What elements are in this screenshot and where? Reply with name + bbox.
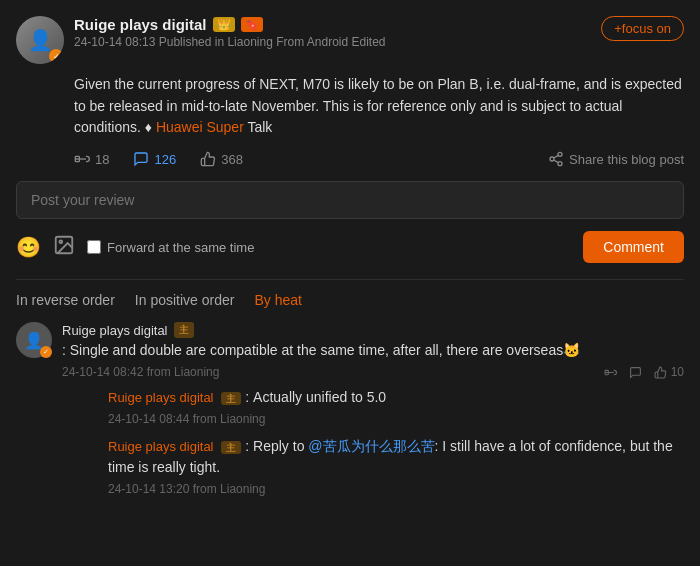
author-name-row: Ruige plays digital 👑 🔖 — [74, 16, 386, 33]
post-content: Given the current progress of NEXT, M70 … — [74, 74, 684, 139]
svg-point-7 — [59, 240, 62, 243]
svg-point-2 — [550, 157, 554, 161]
forward-checkbox[interactable] — [87, 240, 101, 254]
svg-line-4 — [554, 160, 559, 163]
comment-author: Ruige plays digital — [62, 323, 168, 338]
review-input-wrap — [16, 181, 684, 219]
reply-badge-1: 主 — [221, 392, 241, 405]
reply-meta-1: 24-10-14 08:44 from Liaoning — [108, 412, 684, 426]
comment-like-count: 10 — [671, 365, 684, 379]
comment-item: 👤 ✓ Ruige plays digital 主 : Single and d… — [16, 322, 684, 506]
comment-author-row: Ruige plays digital 主 — [62, 322, 684, 338]
comment-reply-action[interactable] — [629, 366, 642, 379]
image-icon[interactable] — [53, 234, 75, 261]
svg-line-5 — [554, 155, 559, 158]
reply-text-2: Ruige plays digital 主 : Reply to @苦瓜为什么那… — [108, 436, 684, 478]
reply-mention: @苦瓜为什么那么苦 — [308, 438, 434, 454]
review-input[interactable] — [31, 192, 669, 208]
comment-text: : Single and double are compatible at th… — [62, 340, 684, 361]
sort-tab-positive[interactable]: In positive order — [135, 292, 235, 308]
repost-icon — [548, 151, 564, 167]
post-header: 👤 ✓ Ruige plays digital 👑 🔖 24-10-14 08:… — [16, 16, 684, 64]
author-name: Ruige plays digital — [74, 16, 207, 33]
crown-badge: 👑 — [213, 17, 235, 32]
comment-action[interactable]: 126 — [133, 151, 176, 167]
replies: Ruige plays digital 主 : Actually unified… — [108, 387, 684, 496]
avatar: 👤 ✓ — [16, 16, 64, 64]
huawei-link[interactable]: Huawei Super — [156, 119, 244, 135]
post-meta: 24-10-14 08:13 Published in Liaoning Fro… — [74, 35, 386, 49]
reply-badge-2: 主 — [221, 441, 241, 454]
post-actions: 18 126 368 — [74, 151, 684, 167]
forward-label: Forward at the same time — [107, 240, 254, 255]
comment-body: Ruige plays digital 主 : Single and doubl… — [62, 322, 684, 506]
comment-verified-badge: ✓ — [40, 346, 52, 358]
forward-checkbox-label[interactable]: Forward at the same time — [87, 240, 254, 255]
sort-tabs: In reverse order In positive order By he… — [16, 292, 684, 308]
verified-badge: ✓ — [49, 49, 63, 63]
focus-button[interactable]: +focus on — [601, 16, 684, 41]
comment-toolbar: 😊 Forward at the same time Comment — [16, 231, 684, 263]
comment-actions: 10 — [604, 365, 684, 379]
v-badge: 🔖 — [241, 17, 263, 32]
comment-meta-row: 24-10-14 08:42 from Liaoning — [62, 365, 684, 379]
share-action[interactable]: 18 — [74, 151, 109, 167]
sort-tab-heat[interactable]: By heat — [254, 292, 301, 308]
reply-author-1: Ruige plays digital — [108, 390, 214, 405]
comment-count: 126 — [154, 152, 176, 167]
reply-meta-2: 24-10-14 13:20 from Liaoning — [108, 482, 684, 496]
talk-text: Talk — [244, 119, 273, 135]
reply-author-2: Ruige plays digital — [108, 439, 214, 454]
share-label: Share this blog post — [569, 152, 684, 167]
svg-point-3 — [558, 162, 562, 166]
reply-item-1: Ruige plays digital 主 : Actually unified… — [108, 387, 684, 426]
comment-badge: 主 — [174, 322, 194, 338]
emoji-icon[interactable]: 😊 — [16, 235, 41, 259]
comment-repost-action[interactable] — [604, 366, 617, 379]
share-blog-action[interactable]: Share this blog post — [548, 151, 684, 167]
sort-tab-reverse[interactable]: In reverse order — [16, 292, 115, 308]
comment-avatar: 👤 ✓ — [16, 322, 52, 358]
like-icon — [200, 151, 216, 167]
reply-text-1: Ruige plays digital 主 : Actually unified… — [108, 387, 684, 408]
comment-button[interactable]: Comment — [583, 231, 684, 263]
reply-item-2: Ruige plays digital 主 : Reply to @苦瓜为什么那… — [108, 436, 684, 496]
divider-1 — [16, 279, 684, 280]
svg-point-1 — [558, 152, 562, 156]
share-count: 18 — [95, 152, 109, 167]
comment-meta: 24-10-14 08:42 from Liaoning — [62, 365, 219, 379]
like-count: 368 — [221, 152, 243, 167]
comment-icon — [133, 151, 149, 167]
comment-like-action[interactable]: 10 — [654, 365, 684, 379]
like-action[interactable]: 368 — [200, 151, 243, 167]
author-info: Ruige plays digital 👑 🔖 24-10-14 08:13 P… — [74, 16, 386, 49]
main-container: 👤 ✓ Ruige plays digital 👑 🔖 24-10-14 08:… — [0, 0, 700, 536]
share-icon — [74, 151, 90, 167]
post-header-left: 👤 ✓ Ruige plays digital 👑 🔖 24-10-14 08:… — [16, 16, 386, 64]
